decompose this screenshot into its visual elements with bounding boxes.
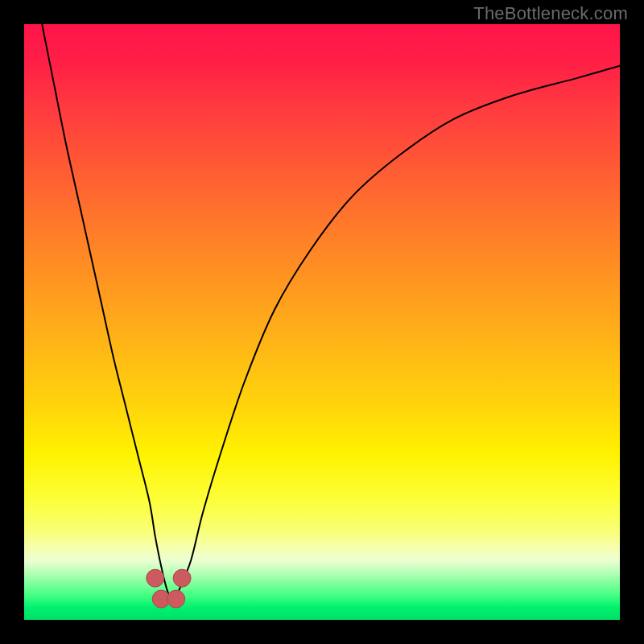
bottleneck-marker-2 [167,590,185,608]
bottleneck-curve [42,24,620,602]
bottleneck-markers [147,569,191,608]
curve-path [42,24,620,602]
bottleneck-marker-0 [147,569,164,587]
chart-svg [0,0,644,644]
bottleneck-marker-3 [173,569,191,587]
outer-frame: TheBottleneck.com [0,0,644,644]
